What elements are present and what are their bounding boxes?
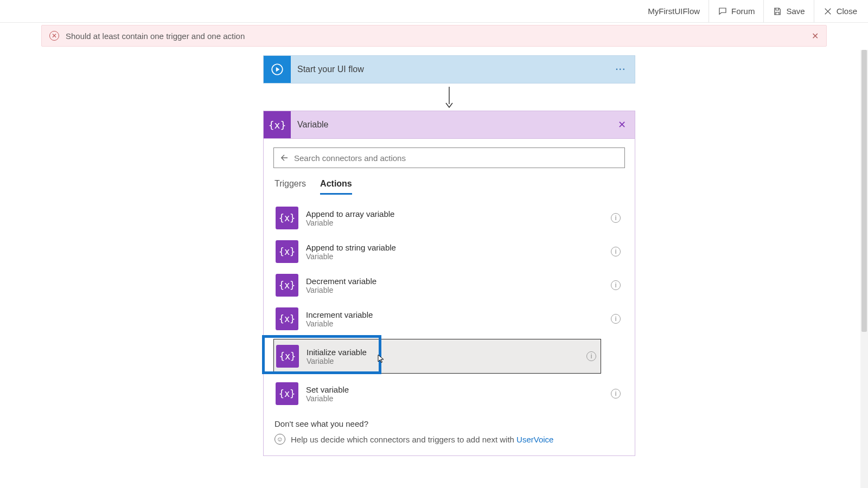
save-icon [773,7,782,16]
footer-text: Help us decide which connectors and trig… [291,435,516,444]
variable-panel-body: Triggers Actions {x} Append to array var… [263,139,635,456]
close-icon [823,7,833,16]
variable-panel-close-button[interactable]: ✕ [609,119,635,131]
footer-question: Don't see what you need? [275,419,624,428]
play-icon [264,56,291,83]
action-title: Decrement variable [306,277,376,286]
action-title: Increment variable [306,310,373,319]
variable-icon: {x} [276,345,299,368]
info-icon[interactable]: i [611,314,621,324]
variable-panel-title: Variable [291,120,609,130]
designer-canvas: Start your UI flow ··· {x} Variable ✕ Tr… [41,50,857,488]
action-subtitle: Variable [306,219,394,227]
action-title: Append to array variable [306,209,394,219]
action-increment[interactable]: {x} Increment variable Variable i [273,302,625,336]
save-label: Save [786,7,805,16]
variable-icon: {x} [276,382,298,405]
action-subtitle: Variable [306,319,373,328]
info-icon[interactable]: i [611,389,621,399]
info-icon[interactable]: i [611,280,621,290]
close-label: Close [837,7,857,16]
action-append-string[interactable]: {x} Append to string variable Variable i [273,235,625,268]
info-icon[interactable]: i [611,213,621,223]
variable-panel-header: {x} Variable ✕ [263,111,635,139]
variable-icon: {x} [276,207,298,229]
tabs: Triggers Actions [275,179,625,195]
action-title: Initialize variable [307,348,367,357]
smile-icon: ☺ [275,434,285,445]
arrow-down-icon [443,86,456,110]
action-subtitle: Variable [306,286,376,294]
action-decrement[interactable]: {x} Decrement variable Variable i [273,268,625,302]
error-message: Should at least contain one trigger and … [66,31,245,41]
action-subtitle: Variable [307,357,367,365]
variable-icon: {x} [276,274,298,297]
action-subtitle: Variable [306,252,396,261]
start-flow-title: Start your UI flow [291,65,607,74]
forum-label: Forum [731,7,755,16]
action-initialize[interactable]: {x} Initialize variable Variable i [273,339,601,374]
tab-actions[interactable]: Actions [320,179,352,195]
action-append-array[interactable]: {x} Append to array variable Variable i [273,201,625,235]
cursor-icon [375,352,386,365]
error-banner: ✕ Should at least contain one trigger an… [41,25,827,47]
tab-triggers[interactable]: Triggers [275,179,306,195]
search-box[interactable] [273,147,625,168]
chat-icon [718,7,727,16]
action-set[interactable]: {x} Set variable Variable i [273,377,625,410]
scrollbar-thumb[interactable] [861,50,867,332]
top-toolbar: MyFirstUIFlow Forum Save Close [0,0,868,23]
flow-name-label: MyFirstUIFlow [639,0,709,22]
variable-icon: {x} [276,240,298,263]
forum-button[interactable]: Forum [709,0,763,22]
action-subtitle: Variable [306,394,349,403]
start-flow-card[interactable]: Start your UI flow ··· [263,55,635,84]
save-button[interactable]: Save [763,0,813,22]
vertical-scrollbar[interactable] [860,50,868,488]
variable-icon: {x} [264,111,291,138]
action-title: Append to string variable [306,243,396,252]
action-title: Set variable [306,385,349,394]
banner-close-button[interactable]: ✕ [812,31,819,41]
close-button[interactable]: Close [814,0,866,22]
error-icon: ✕ [49,31,59,41]
back-arrow-icon[interactable] [279,153,289,163]
info-icon[interactable]: i [586,351,596,361]
start-flow-more-button[interactable]: ··· [607,65,635,74]
variable-icon: {x} [276,307,298,330]
search-input[interactable] [294,153,619,163]
info-icon[interactable]: i [611,247,621,256]
panel-footer: Don't see what you need? ☺ Help us decid… [273,419,625,451]
uservoice-link[interactable]: UserVoice [516,435,553,444]
action-list: {x} Append to array variable Variable i … [273,201,625,410]
